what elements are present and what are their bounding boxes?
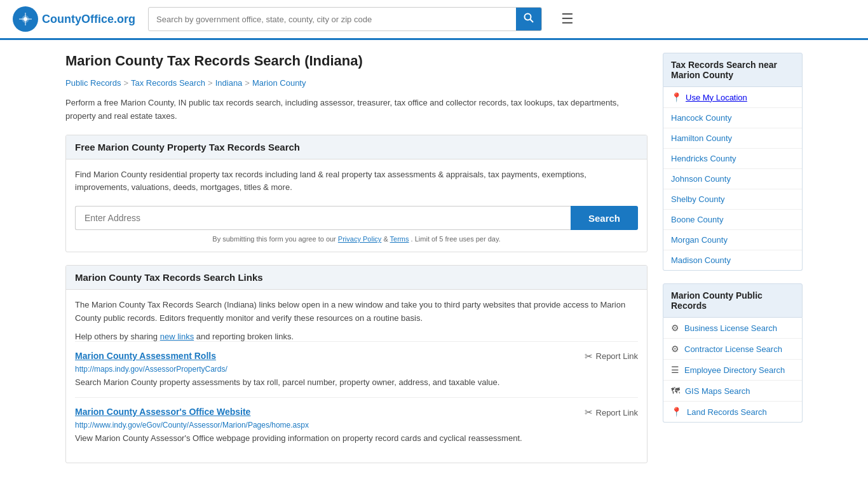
pub-record-gis-maps[interactable]: 🗺 GIS Maps Search	[663, 381, 802, 402]
free-search-title: Free Marion County Property Tax Records …	[66, 135, 647, 159]
record-link-desc-1: Search Marion County property assessment…	[75, 376, 638, 389]
use-my-location-item[interactable]: 📍 Use My Location	[663, 87, 802, 108]
reporting-text-content: and reporting broken links.	[196, 332, 294, 341]
land-records-link[interactable]: Land Records Search	[687, 407, 767, 417]
nearby-section-body: 📍 Use My Location Hancock County Hamilto…	[663, 87, 803, 271]
help-text: Help others by sharing	[75, 332, 158, 341]
record-link-desc-2: View Marion County Assessor's Office web…	[75, 432, 638, 445]
madison-county-link[interactable]: Madison County	[671, 255, 731, 265]
search-button[interactable]: Search	[571, 206, 638, 230]
breadcrumb: Public Records > Tax Records Search > In…	[65, 78, 648, 88]
breadcrumb-sep-3: >	[245, 78, 250, 88]
menu-icon[interactable]: ☰	[561, 11, 574, 27]
sidebar-county-hancock[interactable]: Hancock County	[663, 108, 802, 128]
pub-record-employee-directory[interactable]: ☰ Employee Directory Search	[663, 360, 802, 381]
breadcrumb-tax-records[interactable]: Tax Records Search	[131, 78, 205, 88]
sidebar-county-hendricks[interactable]: Hendricks County	[663, 149, 802, 169]
gear-icon-2: ⚙	[671, 344, 679, 354]
employee-directory-link[interactable]: Employee Directory Search	[684, 365, 785, 375]
contractor-license-link[interactable]: Contractor License Search	[684, 344, 782, 354]
free-search-desc: Find Marion County residential property …	[75, 168, 638, 195]
nearby-section: Tax Records Search near Marion County 📍 …	[663, 53, 803, 271]
public-records-body: ⚙ Business License Search ⚙ Contractor L…	[663, 318, 803, 423]
use-my-location-link[interactable]: Use My Location	[686, 93, 747, 102]
and-text: &	[383, 235, 390, 243]
logo-icon	[13, 6, 38, 32]
record-link-title-2[interactable]: Marion County Assessor's Office Website	[75, 407, 250, 417]
address-search-form: Search	[75, 206, 638, 230]
record-link-url-2: http://www.indy.gov/eGov/County/Assessor…	[75, 421, 638, 430]
report-link-btn-1[interactable]: ✂ Report Link	[585, 351, 638, 362]
svg-point-4	[525, 14, 531, 20]
sidebar-county-madison[interactable]: Madison County	[663, 250, 802, 270]
nearby-section-title: Tax Records Search near Marion County	[663, 53, 803, 87]
report-link-label-1: Report Link	[596, 351, 638, 361]
limit-text: . Limit of 5 free uses per day.	[411, 235, 501, 243]
page-title: Marion County Tax Records Search (Indian…	[65, 53, 648, 69]
disclaimer-text: By submitting this form you agree to our	[212, 235, 336, 243]
content-area: Marion County Tax Records Search (Indian…	[65, 53, 648, 476]
record-link-item-2: Marion County Assessor's Office Website …	[75, 397, 638, 454]
business-license-link[interactable]: Business License Search	[684, 323, 777, 333]
pub-record-business-license[interactable]: ⚙ Business License Search	[663, 318, 802, 339]
global-search-bar	[148, 7, 542, 31]
report-link-label-2: Report Link	[596, 408, 638, 417]
free-search-section: Free Marion County Property Tax Records …	[65, 135, 648, 253]
links-section-body: The Marion County Tax Records Search (In…	[66, 290, 647, 463]
free-search-body: Find Marion County residential property …	[66, 159, 647, 252]
gear-icon-1: ⚙	[671, 323, 679, 333]
sidebar-county-boone[interactable]: Boone County	[663, 210, 802, 230]
links-section-title: Marion County Tax Records Search Links	[66, 266, 647, 290]
morgan-county-link[interactable]: Morgan County	[671, 235, 728, 245]
sidebar: Tax Records Search near Marion County 📍 …	[663, 53, 803, 476]
new-links-link[interactable]: new links	[160, 332, 194, 341]
pub-record-contractor-license[interactable]: ⚙ Contractor License Search	[663, 339, 802, 360]
site-logo[interactable]: CountyOffice.org	[13, 6, 135, 32]
map-icon: 🗺	[671, 386, 680, 396]
hamilton-county-link[interactable]: Hamilton County	[671, 133, 732, 143]
sidebar-county-morgan[interactable]: Morgan County	[663, 230, 802, 250]
public-records-title: Marion County Public Records	[663, 283, 803, 318]
record-link-item-1: Marion County Assessment Rolls ✂ Report …	[75, 341, 638, 398]
pub-record-land-records[interactable]: 📍 Land Records Search	[663, 402, 802, 422]
form-disclaimer: By submitting this form you agree to our…	[75, 235, 638, 243]
new-links-line: Help others by sharing new links and rep…	[75, 332, 638, 341]
links-section: Marion County Tax Records Search Links T…	[65, 265, 648, 463]
sidebar-county-hamilton[interactable]: Hamilton County	[663, 128, 802, 149]
johnson-county-link[interactable]: Johnson County	[671, 174, 731, 184]
terms-link[interactable]: Terms	[390, 235, 409, 243]
report-link-btn-2[interactable]: ✂ Report Link	[585, 407, 638, 418]
record-link-title-1[interactable]: Marion County Assessment Rolls	[75, 351, 216, 361]
logo-text: CountyOffice.org	[42, 13, 135, 26]
privacy-policy-link[interactable]: Privacy Policy	[338, 235, 381, 243]
shelby-county-link[interactable]: Shelby County	[671, 194, 725, 204]
gis-maps-link[interactable]: GIS Maps Search	[685, 386, 750, 396]
global-search-button[interactable]	[516, 8, 541, 30]
site-header: CountyOffice.org ☰	[0, 0, 868, 40]
breadcrumb-public-records[interactable]: Public Records	[65, 78, 121, 88]
main-container: Marion County Tax Records Search (Indian…	[53, 40, 815, 488]
hancock-county-link[interactable]: Hancock County	[671, 113, 731, 123]
boone-county-link[interactable]: Boone County	[671, 215, 723, 224]
record-link-header-2: Marion County Assessor's Office Website …	[75, 407, 638, 418]
location-pin-icon: 📍	[671, 92, 682, 102]
record-link-header-1: Marion County Assessment Rolls ✂ Report …	[75, 351, 638, 362]
address-input[interactable]	[75, 206, 571, 230]
page-description: Perform a free Marion County, IN public …	[65, 97, 648, 123]
public-records-section: Marion County Public Records ⚙ Business …	[663, 283, 803, 423]
hendricks-county-link[interactable]: Hendricks County	[671, 154, 736, 163]
global-search-input[interactable]	[149, 10, 516, 29]
scissors-icon-2: ✂	[585, 407, 593, 418]
breadcrumb-indiana[interactable]: Indiana	[215, 78, 243, 88]
record-link-url-1: http://maps.indy.gov/AssessorPropertyCar…	[75, 365, 638, 374]
links-description: The Marion County Tax Records Search (In…	[75, 299, 638, 325]
pin-icon: 📍	[671, 407, 682, 417]
breadcrumb-sep-2: >	[208, 78, 213, 88]
sidebar-county-shelby[interactable]: Shelby County	[663, 189, 802, 210]
breadcrumb-sep-1: >	[123, 78, 128, 88]
breadcrumb-marion[interactable]: Marion County	[252, 78, 306, 88]
scissors-icon-1: ✂	[585, 351, 593, 362]
sidebar-county-johnson[interactable]: Johnson County	[663, 169, 802, 189]
svg-line-5	[531, 20, 534, 23]
list-icon: ☰	[671, 365, 679, 375]
